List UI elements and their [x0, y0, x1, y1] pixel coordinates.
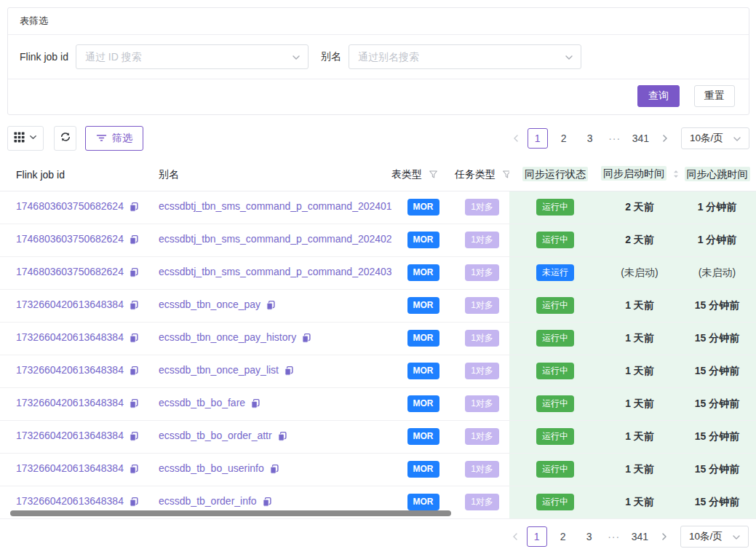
top-pagination: 1 2 3 ··· 341 10条/页 — [510, 127, 749, 149]
copy-icon[interactable] — [266, 301, 276, 312]
table-type-badge: MOR — [407, 428, 439, 444]
alias-cell: ecssdb_tb_bo_order_attr — [159, 420, 391, 453]
job-id-link[interactable]: 1732660420613648384 — [16, 430, 124, 441]
sync-status-badge: 运行中 — [536, 461, 574, 477]
alias-cell: ecssdb_tbn_once_pay_history — [159, 322, 391, 355]
alias-link[interactable]: ecssdb_tb_order_info — [159, 495, 257, 507]
page-button-1[interactable]: 1 — [528, 128, 548, 149]
copy-icon[interactable] — [129, 202, 139, 214]
flink-job-id-input[interactable] — [76, 45, 308, 68]
sync-status-cell: 运行中 — [509, 355, 601, 387]
chevron-down-icon — [732, 134, 742, 146]
copy-icon[interactable] — [129, 432, 139, 443]
page-button-3[interactable]: 3 — [580, 128, 600, 149]
table-row: 1732660420613648384ecssdb_tb_bo_order_at… — [0, 420, 756, 453]
chevron-down-icon — [28, 132, 38, 145]
column-header-sync-heartbeat-time: 同步心跳时间 — [678, 159, 756, 191]
copy-icon[interactable] — [129, 333, 139, 345]
job-id-link[interactable]: 1746803603750682624 — [16, 200, 124, 212]
copy-icon[interactable] — [129, 301, 139, 312]
job-id-link[interactable]: 1732660420613648384 — [16, 397, 124, 408]
task-type-badge: 1对多 — [465, 395, 499, 411]
next-page-button[interactable] — [659, 133, 671, 143]
alias-link[interactable]: ecssdbtj_tbn_sms_command_p_command_20240… — [159, 200, 391, 212]
table-type-badge: MOR — [407, 461, 439, 477]
page-ellipsis[interactable]: ··· — [605, 531, 623, 542]
prev-page-button[interactable] — [509, 532, 521, 542]
job-id-link[interactable]: 1746803603750682624 — [16, 266, 124, 277]
alias-input[interactable] — [349, 45, 581, 68]
job-id-link[interactable]: 1732660420613648384 — [16, 364, 124, 376]
chevron-down-icon — [564, 52, 574, 66]
copy-icon[interactable] — [129, 465, 139, 476]
copy-icon[interactable] — [129, 366, 139, 378]
page-button-1[interactable]: 1 — [527, 526, 547, 547]
task-type-cell: 1对多 — [455, 322, 509, 355]
table-type-cell: MOR — [391, 387, 455, 420]
page-button-last[interactable]: 341 — [629, 128, 652, 149]
copy-icon[interactable] — [129, 235, 139, 247]
job-id-link[interactable]: 1732660420613648384 — [16, 331, 124, 343]
task-type-badge: 1对多 — [465, 330, 499, 346]
horizontal-scrollbar-thumb[interactable] — [10, 510, 451, 516]
copy-icon[interactable] — [129, 399, 139, 411]
sync-status-badge: 运行中 — [536, 428, 574, 444]
table-type-badge: MOR — [407, 363, 439, 379]
task-type-badge: 1对多 — [465, 297, 499, 313]
copy-icon[interactable] — [250, 399, 260, 411]
query-button[interactable]: 查询 — [637, 85, 680, 107]
copy-icon[interactable] — [269, 465, 279, 476]
page-size-select[interactable]: 10条/页 — [681, 127, 749, 149]
table-type-cell: MOR — [391, 322, 455, 355]
sync-status-cell: 运行中 — [509, 224, 601, 256]
prev-page-button[interactable] — [510, 133, 522, 143]
column-header-task-type: 任务类型 — [455, 159, 509, 191]
job-id-link[interactable]: 1732660420613648384 — [16, 495, 124, 507]
job-id-link[interactable]: 1732660420613648384 — [16, 462, 124, 474]
page-ellipsis[interactable]: ··· — [606, 133, 624, 144]
alias-cell: ecssdbtj_tbn_sms_command_p_command_20240… — [159, 224, 391, 256]
reset-button[interactable]: 重置 — [694, 85, 735, 107]
table-type-badge: MOR — [407, 232, 439, 248]
task-type-cell: 1对多 — [455, 420, 509, 453]
copy-icon[interactable] — [277, 432, 287, 443]
copy-icon[interactable] — [301, 333, 311, 345]
copy-icon[interactable] — [284, 366, 294, 378]
flink-job-id-select[interactable] — [76, 44, 309, 69]
page-button-2[interactable]: 2 — [554, 128, 574, 149]
alias-select[interactable] — [349, 44, 581, 69]
table-toolbar: 筛选 1 2 3 ··· 341 10条/页 — [7, 126, 749, 151]
page-size-select[interactable]: 10条/页 — [680, 526, 749, 548]
alias-link[interactable]: ecssdb_tb_bo_order_attr — [159, 430, 272, 441]
table-type-badge: MOR — [407, 199, 439, 215]
alias-link[interactable]: ecssdbtj_tbn_sms_command_p_command_20240… — [159, 233, 391, 245]
filter-button[interactable]: 筛选 — [85, 126, 143, 151]
alias-link[interactable]: ecssdbtj_tbn_sms_command_p_command_20240… — [159, 266, 391, 277]
job-id-cell: 1732660420613648384 — [0, 289, 159, 322]
filter-funnel-icon[interactable] — [429, 170, 438, 181]
flink-job-id-label: Flink job id — [20, 51, 68, 63]
alias-link[interactable]: ecssdb_tbn_once_pay_history — [159, 331, 296, 343]
alias-link[interactable]: ecssdb_tb_bo_userinfo — [159, 462, 264, 474]
job-id-link[interactable]: 1746803603750682624 — [16, 233, 124, 245]
page-button-2[interactable]: 2 — [553, 526, 573, 547]
page-button-3[interactable]: 3 — [579, 526, 600, 547]
copy-icon[interactable] — [262, 497, 272, 509]
alias-link[interactable]: ecssdb_tbn_once_pay — [159, 299, 260, 310]
next-page-button[interactable] — [658, 532, 670, 542]
copy-icon[interactable] — [129, 268, 139, 280]
start-time-cell: 2 天前 — [601, 191, 678, 224]
job-id-link[interactable]: 1732660420613648384 — [16, 299, 124, 310]
refresh-button[interactable] — [54, 126, 76, 151]
alias-link[interactable]: ecssdb_tbn_once_pay_list — [159, 364, 279, 376]
refresh-icon — [60, 131, 71, 146]
bottom-pagination: 1 2 3 ··· 341 10条/页 — [509, 526, 749, 548]
table-row: 1746803603750682624ecssdbtj_tbn_sms_comm… — [0, 224, 756, 256]
alias-cell: ecssdb_tbn_once_pay_list — [159, 355, 391, 387]
column-settings-button[interactable] — [7, 126, 44, 151]
copy-icon[interactable] — [129, 497, 139, 509]
table-type-cell: MOR — [391, 420, 455, 453]
page-button-last[interactable]: 341 — [629, 526, 651, 547]
alias-link[interactable]: ecssdb_tb_bo_fare — [159, 397, 245, 408]
start-time-cell: 1 天前 — [601, 355, 678, 387]
